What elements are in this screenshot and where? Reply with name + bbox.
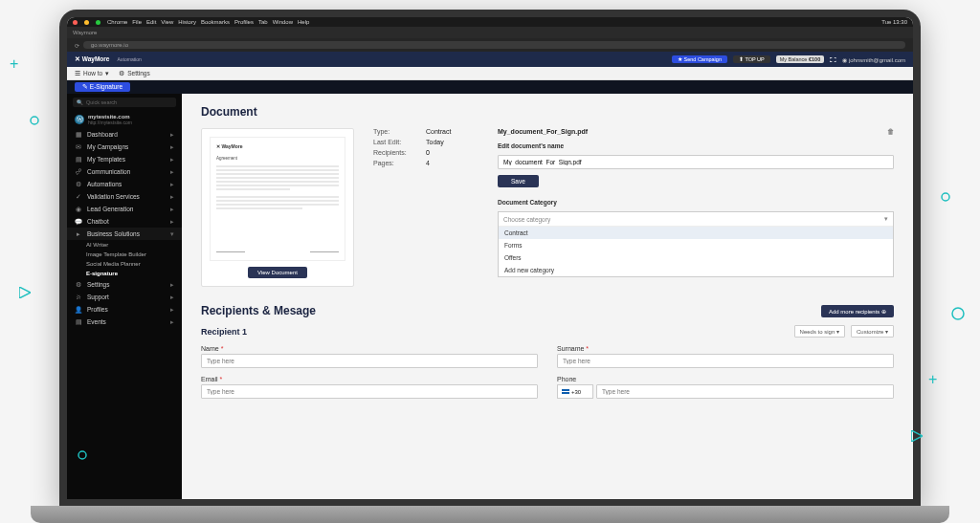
- document-name-input[interactable]: [498, 155, 894, 169]
- phone-input[interactable]: [596, 384, 894, 399]
- category-option[interactable]: Contract: [499, 227, 893, 239]
- surname-label: Surname *: [557, 345, 894, 352]
- sidebar-item[interactable]: ▸Business Solutions▾: [67, 228, 182, 240]
- email-label: Email *: [201, 376, 538, 382]
- sidebar-item[interactable]: ⚙Automations▸: [67, 178, 182, 190]
- customize-select[interactable]: Customize ▾: [851, 325, 894, 338]
- settings-button[interactable]: ⚙ Settings: [119, 70, 150, 77]
- sidebar-subitem[interactable]: E-signature: [67, 269, 182, 278]
- svg-text:+: +: [928, 373, 937, 386]
- sidebar-item[interactable]: 🗪Communication▸: [67, 165, 182, 178]
- sidebar-item[interactable]: ✉My Campaigns▸: [67, 141, 182, 153]
- breadcrumb: ✎ E-Signature: [67, 80, 913, 94]
- sidebar-item[interactable]: ⛭Support▸: [67, 291, 182, 303]
- svg-marker-2: [19, 287, 31, 298]
- document-filename: My_document_For_Sign.pdf: [498, 128, 588, 135]
- flag-icon: [562, 389, 569, 394]
- add-recipients-button[interactable]: Add more recipients ⊕: [821, 305, 894, 317]
- site-selector[interactable]: ⓦ mytestsite.comhttp://mytestsite.com: [67, 111, 182, 128]
- topup-button[interactable]: ⬆ TOP UP: [733, 55, 770, 63]
- category-option[interactable]: Add new category: [499, 264, 893, 276]
- sidebar-subitem[interactable]: Image Template Builder: [67, 250, 182, 259]
- main-content: Document ✕ WayMore Agreement View Docume…: [182, 94, 913, 499]
- sidebar-item[interactable]: ▤My Templates▸: [67, 153, 182, 165]
- name-label: Name *: [201, 345, 538, 352]
- sub-header: ☰ How to ▾ ⚙ Settings: [67, 67, 913, 80]
- category-dropdown[interactable]: Choose category▾ Contract Forms Offers A…: [498, 211, 894, 277]
- save-button[interactable]: Save: [498, 175, 539, 187]
- category-option[interactable]: Forms: [499, 239, 893, 251]
- howto-button[interactable]: ☰ How to ▾: [75, 70, 109, 77]
- brand-logo: ✕ WayMore: [75, 55, 109, 63]
- sidebar-item[interactable]: 💬Chatbot▸: [67, 215, 182, 228]
- sidebar: 🔍 Quick search ⓦ mytestsite.comhttp://my…: [67, 94, 182, 499]
- phone-code-select[interactable]: +30: [557, 384, 593, 399]
- document-thumbnail: ✕ WayMore Agreement: [210, 137, 345, 261]
- email-input[interactable]: [201, 384, 538, 399]
- svg-point-1: [31, 117, 38, 124]
- sidebar-item[interactable]: ⚙Settings▸: [67, 278, 182, 291]
- edit-name-label: Edit document's name: [498, 142, 894, 149]
- sidebar-item[interactable]: 👤Profiles▸: [67, 303, 182, 316]
- svg-point-5: [952, 308, 964, 319]
- svg-text:+: +: [10, 57, 18, 71]
- expand-icon[interactable]: ⛶: [830, 56, 836, 63]
- search-input[interactable]: 🔍 Quick search: [73, 98, 176, 107]
- category-options: Contract Forms Offers Add new category: [499, 226, 893, 276]
- document-meta: Type:Contract Last Edit:Today Recipients…: [373, 128, 479, 166]
- view-document-button[interactable]: View Document: [248, 267, 307, 278]
- name-input[interactable]: [201, 354, 538, 368]
- sidebar-item[interactable]: ▦Dashboard▸: [67, 128, 182, 141]
- balance-pill: My Balance €100: [776, 55, 825, 63]
- sidebar-item[interactable]: ✓Validation Services▸: [67, 190, 182, 203]
- recipient-subtitle: Recipient 1: [201, 327, 247, 337]
- address-bar[interactable]: ⟳go.waymore.io: [67, 38, 913, 52]
- svg-point-4: [942, 193, 949, 201]
- document-section-title: Document: [201, 105, 894, 119]
- sidebar-subitem[interactable]: AI Writer: [67, 240, 182, 250]
- sidebar-item[interactable]: ▤Events▸: [67, 316, 182, 328]
- user-menu[interactable]: ◉ johnsmith@gmail.com: [842, 56, 905, 63]
- document-preview-card: ✕ WayMore Agreement View Document: [201, 128, 354, 287]
- category-label: Document Category: [498, 199, 894, 206]
- browser-tab[interactable]: Waymore: [73, 30, 97, 35]
- sidebar-item[interactable]: ◉Lead Generation▸: [67, 203, 182, 215]
- recipients-section-title: Recipients & Mesage: [201, 304, 316, 317]
- os-menubar: ChromeFileEditViewHistoryBookmarksProfil…: [67, 17, 913, 27]
- phone-label: Phone: [557, 376, 894, 382]
- delete-icon[interactable]: 🗑: [887, 128, 894, 135]
- sign-role-select[interactable]: Needs to sign ▾: [794, 325, 845, 338]
- platform-header: ✕ WayMore Automation ★ Send Campaign ⬆ T…: [67, 52, 913, 67]
- sidebar-subitem[interactable]: Social Media Planner: [67, 259, 182, 269]
- browser-tabs: Waymore: [67, 27, 913, 38]
- breadcrumb-chip: ✎ E-Signature: [75, 82, 130, 92]
- category-option[interactable]: Offers: [499, 251, 893, 264]
- chevron-down-icon: ▾: [884, 215, 888, 223]
- surname-input[interactable]: [557, 354, 894, 368]
- send-campaign-button[interactable]: ★ Send Campaign: [672, 55, 727, 63]
